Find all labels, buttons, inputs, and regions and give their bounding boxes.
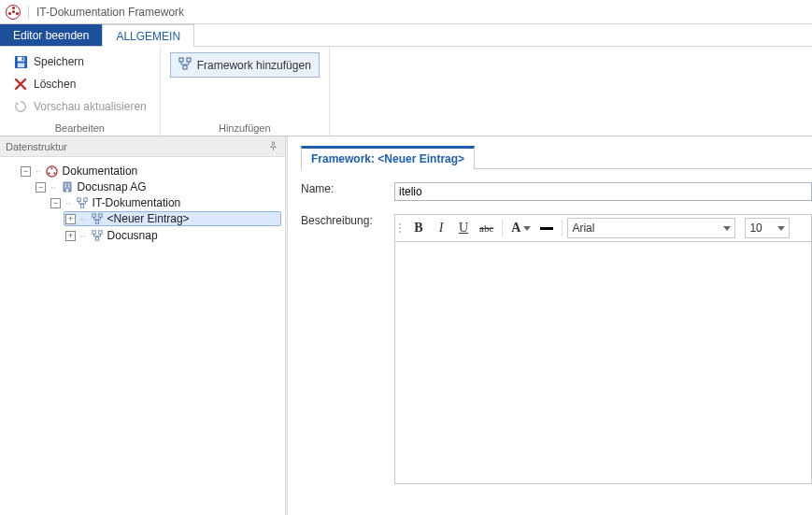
tab-allgemein[interactable]: ALLGEMEIN [102, 24, 194, 47]
collapse-toggle[interactable]: − [50, 198, 61, 208]
expand-toggle[interactable]: + [65, 214, 76, 224]
tree-label: Docusnap AG [78, 180, 147, 193]
svg-rect-12 [64, 184, 66, 186]
svg-rect-23 [92, 231, 94, 234]
bold-button[interactable]: B [408, 218, 429, 238]
svg-rect-5 [187, 58, 191, 62]
title-bar: IT-Dokumentation Framework [0, 0, 812, 24]
expand-toggle[interactable]: + [65, 231, 76, 241]
toolbar-grip [399, 223, 403, 233]
delete-icon [13, 77, 28, 92]
svg-rect-13 [68, 184, 70, 186]
left-panel: Datenstruktur − ·· Dokumentation [0, 136, 285, 515]
tree-label: Dokumentation [63, 165, 138, 178]
content-tab-framework[interactable]: Framework: <Neuer Eintrag> [301, 146, 475, 169]
chevron-down-icon [723, 226, 731, 231]
name-label: Name: [301, 182, 394, 195]
svg-rect-14 [64, 186, 66, 188]
strikethrough-button[interactable]: abc [476, 218, 497, 238]
group-add-label: Hinzufügen [170, 119, 320, 134]
refresh-preview-button: Vorschau aktualisieren [9, 97, 150, 116]
font-size-select[interactable]: 10 [745, 218, 790, 238]
svg-rect-25 [95, 237, 98, 240]
add-framework-button[interactable]: Framework hinzufügen [170, 52, 320, 78]
app-icon [46, 165, 59, 178]
building-icon [61, 180, 74, 193]
content-tabs: Framework: <Neuer Eintrag> [301, 146, 812, 169]
collapse-toggle[interactable]: − [36, 182, 46, 193]
form-area: Name: Beschreibung: B I U abc [301, 169, 812, 497]
exit-editor-tab[interactable]: Editor beenden [0, 24, 102, 46]
ribbon: Speichern Löschen Vorschau aktualisieren… [0, 47, 812, 136]
ribbon-group-edit: Speichern Löschen Vorschau aktualisieren… [0, 47, 161, 136]
refresh-icon [13, 99, 28, 114]
tree-node-org[interactable]: − ·· Docusnap AG [34, 179, 281, 194]
tree-label: IT-Dokumentation [93, 196, 181, 209]
svg-rect-4 [179, 58, 183, 62]
font-family-select[interactable]: Arial [567, 218, 735, 238]
collapse-toggle[interactable]: − [21, 166, 31, 177]
right-panel: Framework: <Neuer Eintrag> Name: Beschre… [288, 136, 812, 515]
font-size-value: 10 [749, 222, 762, 235]
italic-button[interactable]: I [431, 218, 451, 238]
svg-point-10 [54, 172, 56, 174]
rte-toolbar: B I U abc A Ari [394, 214, 812, 241]
svg-rect-16 [66, 189, 68, 192]
svg-rect-19 [80, 205, 83, 207]
title-divider [28, 6, 29, 19]
save-button[interactable]: Speichern [9, 52, 150, 71]
svg-rect-17 [77, 198, 79, 201]
svg-point-8 [51, 167, 53, 169]
refresh-label: Vorschau aktualisieren [34, 100, 147, 113]
group-edit-label: Bearbeiten [9, 119, 150, 134]
framework-icon [178, 57, 192, 73]
font-color-button[interactable]: A [507, 218, 534, 238]
tree-label: <Neuer Eintrag> [107, 212, 190, 225]
save-label: Speichern [34, 55, 84, 68]
app-icon [6, 5, 21, 20]
font-family-value: Arial [572, 222, 594, 235]
svg-rect-22 [95, 221, 98, 223]
svg-rect-15 [68, 186, 70, 188]
add-framework-label: Framework hinzufügen [197, 59, 311, 72]
window-title: IT-Dokumentation Framework [36, 6, 184, 19]
svg-point-9 [49, 172, 50, 174]
svg-rect-20 [92, 214, 94, 217]
delete-button[interactable]: Löschen [9, 75, 150, 93]
svg-rect-2 [17, 63, 24, 67]
chevron-down-icon [777, 226, 785, 231]
tree-node-docusnap[interactable]: + ·· Docusnap [64, 228, 281, 243]
rte-editor[interactable] [394, 241, 812, 484]
framework-icon [91, 229, 104, 242]
font-color-bar[interactable] [536, 218, 557, 238]
pin-icon[interactable] [268, 141, 279, 152]
framework-icon [76, 196, 89, 209]
left-panel-title: Datenstruktur [6, 141, 67, 152]
framework-icon [91, 212, 104, 225]
name-input[interactable] [394, 182, 812, 201]
delete-label: Löschen [34, 78, 76, 91]
svg-rect-21 [98, 214, 101, 217]
tree-node-new-entry[interactable]: + ·· <Neuer Eintrag> [64, 211, 281, 226]
svg-rect-18 [83, 198, 86, 201]
work-area: Datenstruktur − ·· Dokumentation [0, 136, 812, 515]
tree-label: Docusnap [107, 229, 158, 242]
svg-rect-3 [21, 57, 23, 60]
save-icon [13, 54, 28, 69]
svg-rect-24 [98, 231, 101, 234]
description-label: Beschreibung: [301, 214, 394, 227]
tree-node-itdoc[interactable]: − ·· IT-Dokumentation [49, 195, 281, 210]
svg-rect-6 [183, 65, 187, 69]
left-panel-header: Datenstruktur [0, 136, 285, 157]
ribbon-group-add: Framework hinzufügen Hinzufügen [161, 47, 330, 136]
ribbon-tabs: Editor beenden ALLGEMEIN [0, 24, 812, 47]
underline-button[interactable]: U [453, 218, 474, 238]
tree: − ·· Dokumentation − ·· [0, 157, 285, 252]
tree-node-root[interactable]: − ·· Dokumentation [19, 164, 281, 179]
